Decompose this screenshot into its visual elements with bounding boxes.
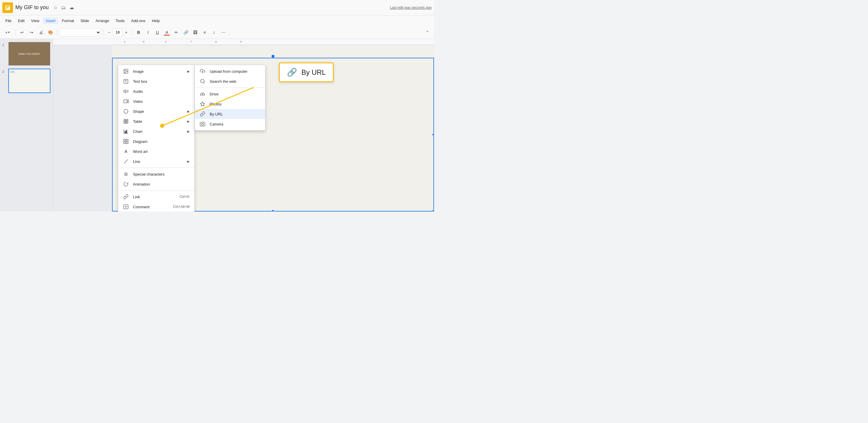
menu-format[interactable]: Format <box>59 18 77 24</box>
toolbar-more-btn[interactable]: ⋯ <box>219 28 228 36</box>
ruler-mark-7: 7 <box>190 40 192 43</box>
toolbar-redo-btn[interactable]: ↪ <box>27 28 36 36</box>
insert-menu-video[interactable]: Video <box>118 96 194 106</box>
image-submenu: Upload from computer Search the web Driv… <box>195 65 266 130</box>
toolbar-print-btn[interactable]: 🖨 <box>37 28 45 36</box>
audio-icon <box>123 88 129 94</box>
chevron-down-icon: ▼ <box>8 31 10 34</box>
svg-rect-22 <box>125 131 126 133</box>
toolbar-collapse-btn[interactable]: ⌃ <box>423 28 432 36</box>
app-icon <box>2 2 13 13</box>
menu-slide[interactable]: Slide <box>78 18 92 24</box>
menu-edit[interactable]: Edit <box>15 18 27 24</box>
diagram-label: Diagram <box>133 139 190 144</box>
table-label: Table <box>133 119 183 124</box>
byurl-callout: 🔗 By URL <box>279 62 334 82</box>
menu-tools[interactable]: Tools <box>113 18 127 24</box>
image-camera-row[interactable]: Camera <box>195 119 265 129</box>
audio-label: Audio <box>133 89 190 94</box>
menu-insert[interactable]: Insert <box>43 18 58 24</box>
svg-rect-2 <box>6 7 8 8</box>
image-photos-row[interactable]: Photos <box>195 99 265 109</box>
font-size-input[interactable] <box>113 29 122 36</box>
line-icon <box>123 159 129 164</box>
toolbar-insertimage-btn[interactable]: 🖼 <box>191 28 199 36</box>
menu-addons[interactable]: Add-ons <box>128 18 148 24</box>
slide-1-number: 1 <box>2 43 4 46</box>
svg-rect-3 <box>6 8 7 9</box>
insert-menu-link[interactable]: Link Ctrl+K <box>118 192 194 202</box>
doc-title[interactable]: My GIF to you <box>16 4 49 10</box>
line-arrow: ▶ <box>187 160 190 163</box>
toolbar-paintformat-btn[interactable]: 🎨 <box>46 28 55 36</box>
insert-menu-table[interactable]: Table ▶ <box>118 116 194 126</box>
last-edit-text[interactable]: Last edit was seconds ago <box>390 6 432 10</box>
svg-rect-25 <box>126 139 128 141</box>
sel-handle-br[interactable] <box>432 210 434 212</box>
image-drive-row[interactable]: Drive <box>195 89 265 99</box>
folder-icon[interactable]: 🗂 <box>60 4 67 11</box>
svg-marker-36 <box>200 102 205 106</box>
menu-help[interactable]: Help <box>149 18 163 24</box>
shape-icon <box>123 108 129 114</box>
image-searchweb-row[interactable]: Search the web <box>195 76 265 86</box>
menu-view[interactable]: View <box>28 18 42 24</box>
toolbar-italic-btn[interactable]: I <box>144 28 152 36</box>
video-label: Video <box>133 99 190 104</box>
titlebar: My GIF to you ☆ 🗂 ☁ Last edit was second… <box>0 0 434 15</box>
slide-2-thumb[interactable]: Gifs <box>8 69 51 93</box>
toolbar: + ▼ ↩ ↪ 🖨 🎨 − + B I U A ✏ 🔗 🖼 ≡ ↕ ⋯ ⌃ <box>0 26 434 39</box>
slide-1-image: HOW YOU DOIN? <box>8 42 50 65</box>
font-size-increase-btn[interactable]: + <box>123 29 129 36</box>
toolbar-link-btn[interactable]: 🔗 <box>182 28 190 36</box>
insert-menu-shape[interactable]: Shape ▶ <box>118 106 194 116</box>
svg-point-33 <box>200 79 204 83</box>
insert-menu-image[interactable]: Image ▶ <box>118 66 194 76</box>
insert-menu-special[interactable]: Ω Special characters <box>118 169 194 179</box>
toolbar-bold-btn[interactable]: B <box>134 28 143 36</box>
menu-arrange[interactable]: Arrange <box>93 18 112 24</box>
slide-1-container: 1 HOW YOU DOIN? <box>8 42 51 66</box>
insert-menu-textbox[interactable]: Text box <box>118 76 194 86</box>
comment-shortcut: Ctrl+Alt+M <box>173 205 190 209</box>
toolbar-fontcolor-btn[interactable]: A <box>163 28 171 36</box>
star-icon[interactable]: ☆ <box>52 4 59 11</box>
slide-1-thumb[interactable]: HOW YOU DOIN? <box>8 42 51 66</box>
camera-icon <box>199 121 206 127</box>
toolbar-align-btn[interactable]: ≡ <box>200 28 209 36</box>
svg-marker-11 <box>124 90 126 93</box>
searchweb-label: Search the web <box>210 79 260 84</box>
toolbar-underline-btn[interactable]: U <box>153 28 162 36</box>
insert-menu-wordart[interactable]: A Word art <box>118 147 194 156</box>
svg-point-37 <box>202 123 204 125</box>
anchor-handle[interactable] <box>272 55 275 58</box>
font-select[interactable] <box>60 28 101 36</box>
toolbar-highlight-btn[interactable]: ✏ <box>172 28 181 36</box>
sel-handle-bm[interactable] <box>272 210 274 212</box>
toolbar-linespacing-btn[interactable]: ↕ <box>210 28 218 36</box>
diagram-icon <box>123 138 129 144</box>
insert-menu-diagram[interactable]: Diagram <box>118 136 194 147</box>
line-label: Line <box>133 159 183 164</box>
image-byurl-row[interactable]: By URL <box>195 109 265 119</box>
cloud-icon[interactable]: ☁ <box>68 4 75 11</box>
menu-file[interactable]: File <box>2 18 14 24</box>
table-icon <box>123 119 129 124</box>
photos-label: Photos <box>210 102 260 106</box>
insert-menu-chart[interactable]: Chart ▶ <box>118 126 194 136</box>
font-size-decrease-btn[interactable]: − <box>106 29 112 36</box>
svg-rect-15 <box>124 119 128 123</box>
title-icons: ☆ 🗂 ☁ <box>52 4 75 11</box>
image-upload-row[interactable]: Upload from computer <box>195 66 265 76</box>
insert-menu-audio[interactable]: Audio <box>118 86 194 96</box>
sel-handle-mr[interactable] <box>432 133 434 136</box>
insert-menu-comment[interactable]: Comment Ctrl+Alt+M <box>118 202 194 212</box>
insert-menu-line[interactable]: Line ▶ <box>118 156 194 166</box>
textbox-label: Text box <box>133 79 190 84</box>
svg-line-28 <box>124 159 128 163</box>
toolbar-add-btn[interactable]: + ▼ <box>2 28 13 36</box>
toolbar-undo-btn[interactable]: ↩ <box>18 28 26 36</box>
chart-icon <box>123 128 129 134</box>
insert-menu-animation[interactable]: Animation <box>118 179 194 189</box>
image-icon <box>123 68 129 74</box>
